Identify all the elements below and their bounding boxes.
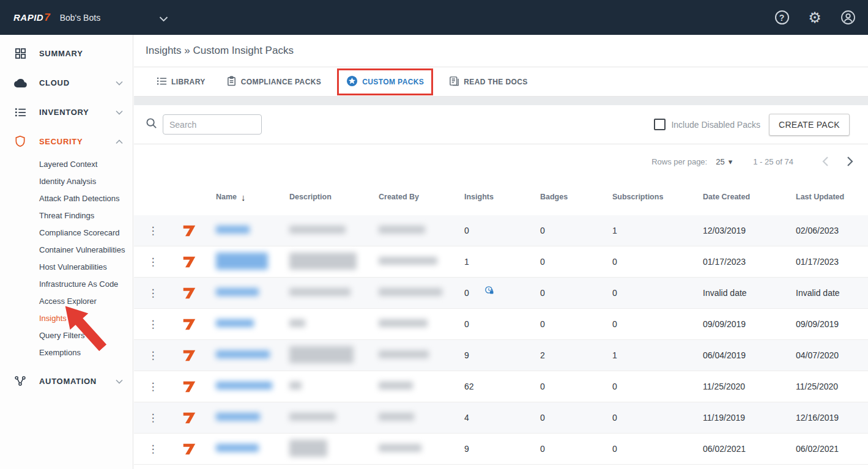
sidebar-item-host-vulnerabilities[interactable]: Host Vulnerabilities [0, 259, 133, 276]
redacted-pack-name[interactable] [216, 350, 270, 358]
pagination-range: 1 - 25 of 74 [753, 157, 793, 166]
date-created: 09/09/2019 [693, 319, 786, 329]
sidebar-item-label: INVENTORY [39, 108, 103, 117]
gear-icon[interactable]: ⚙ [807, 10, 823, 26]
topbar-actions: ? ⚙ [774, 10, 868, 26]
redacted-pack-name[interactable] [216, 444, 259, 452]
sidebar-item-identity-analysis[interactable]: Identity Analysis [0, 173, 133, 190]
sidebar-item-query-filters[interactable]: Query Filters [0, 327, 133, 344]
previous-page-icon[interactable] [817, 156, 834, 167]
kebab-menu-icon[interactable]: ⋮ [148, 288, 158, 298]
kebab-menu-icon[interactable]: ⋮ [148, 382, 158, 392]
kebab-menu-icon[interactable]: ⋮ [148, 444, 158, 454]
redacted-pack-name[interactable] [216, 319, 254, 327]
table-row[interactable]: ⋮ 9 0 0 06/02/2021 06/02/2021 [134, 434, 868, 465]
table-row[interactable]: ⋮ 0 0 1 12/03/2019 02/06/2023 [134, 215, 868, 246]
kebab-menu-icon[interactable]: ⋮ [148, 319, 158, 330]
kebab-menu-icon[interactable]: ⋮ [148, 226, 158, 236]
kebab-menu-icon[interactable]: ⋮ [148, 257, 158, 267]
rapid7-pack-icon [172, 347, 206, 363]
sidebar-item-exemptions[interactable]: Exemptions [0, 344, 133, 361]
redacted-pack-name[interactable] [216, 288, 259, 296]
column-header-created-by[interactable]: Created By [369, 193, 454, 201]
sidebar-item-security[interactable]: SECURITY [0, 127, 133, 156]
org-name[interactable]: Bob's Bots [60, 13, 101, 23]
column-header-description[interactable]: Description [280, 193, 369, 201]
redacted-pack-name[interactable] [216, 413, 260, 421]
table-row[interactable]: ⋮ 1 0 0 01/17/2023 01/17/2023 [134, 246, 868, 278]
redacted-description [289, 382, 302, 390]
rapid7-pack-icon [172, 410, 206, 426]
tab-compliance-packs[interactable]: COMPLIANCE PACKS [226, 76, 322, 88]
redacted-description [289, 226, 346, 234]
include-disabled-checkbox[interactable] [654, 119, 666, 130]
sidebar-item-threat-findings[interactable]: Threat Findings [0, 207, 133, 224]
last-updated: 04/07/2020 [786, 350, 868, 360]
rows-per-page-select[interactable]: 25 ▾ [716, 157, 732, 166]
table-row[interactable]: ⋮ 0 0 0 09/09/2019 09/09/2019 [134, 309, 868, 340]
insights-count: 0 [464, 288, 469, 298]
redacted-created-by [379, 226, 425, 234]
redacted-pack-name[interactable] [216, 226, 250, 234]
chevron-down-icon [116, 375, 123, 386]
sidebar-item-label: SUMMARY [39, 49, 123, 58]
date-created: 11/19/2019 [693, 413, 786, 423]
subscriptions-count: 0 [603, 413, 693, 423]
next-page-icon[interactable] [841, 156, 858, 167]
main-content: Insights » Custom Insight Packs LIBRARY … [134, 35, 868, 469]
search-input[interactable] [163, 114, 262, 135]
table-row[interactable]: ⋮ 4 0 0 11/19/2019 12/16/2019 [134, 402, 868, 434]
badges-count: 2 [530, 350, 603, 360]
sort-desc-icon[interactable]: ↓ [241, 192, 246, 202]
section-divider [134, 97, 868, 105]
sidebar-item-compliance-scorecard[interactable]: Compliance Scorecard [0, 224, 133, 242]
help-icon[interactable]: ? [774, 10, 790, 26]
sidebar-item-cloud[interactable]: CLOUD [0, 68, 133, 97]
sidebar-item-infrastructure-as-code[interactable]: Infrastructure As Code [0, 276, 133, 293]
account-icon[interactable] [840, 10, 856, 26]
insights-count: 1 [464, 257, 469, 267]
redacted-pack-name[interactable] [216, 382, 272, 390]
subscriptions-count: 1 [603, 226, 693, 235]
sidebar-item-inventory[interactable]: INVENTORY [0, 97, 133, 127]
redacted-created-by [379, 257, 437, 265]
chevron-down-icon[interactable] [159, 13, 168, 24]
workflow-icon [13, 375, 27, 387]
column-header-insights[interactable]: Insights [454, 193, 530, 201]
table-row[interactable]: ⋮ 9 2 1 06/04/2019 04/07/2020 [134, 340, 868, 371]
kebab-menu-icon[interactable]: ⋮ [148, 350, 158, 361]
grid-icon [13, 48, 27, 59]
tabs-bar: LIBRARY COMPLIANCE PACKS CUSTOM PACKS RE… [134, 67, 868, 97]
insights-count: 62 [464, 382, 474, 391]
sidebar-item-automation[interactable]: AUTOMATION [0, 366, 133, 396]
date-created: 06/02/2021 [693, 444, 786, 454]
toolbar-actions: Include Disabled Packs CREATE PACK [654, 114, 850, 136]
column-header-date-created[interactable]: Date Created [693, 193, 786, 201]
last-updated: 11/25/2020 [786, 382, 868, 391]
create-pack-button[interactable]: CREATE PACK [769, 114, 850, 136]
kebab-menu-icon[interactable]: ⋮ [148, 413, 158, 423]
badges-count: 0 [530, 257, 603, 267]
date-created: Invalid date [693, 288, 786, 298]
column-header-last-updated[interactable]: Last Updated [786, 193, 868, 201]
tab-read-the-docs[interactable]: READ THE DOCS [449, 76, 528, 88]
column-header-subscriptions[interactable]: Subscriptions [603, 193, 693, 201]
redacted-pack-name[interactable] [216, 253, 268, 270]
rows-per-page-label: Rows per page: [651, 157, 707, 166]
sidebar-item-attack-path-detections[interactable]: Attack Path Detections [0, 190, 133, 207]
last-updated: 02/06/2023 [786, 226, 868, 235]
badges-count: 0 [530, 413, 603, 423]
column-header-badges[interactable]: Badges [530, 193, 603, 201]
redacted-description [289, 253, 357, 270]
redacted-created-by [379, 350, 429, 358]
tab-library[interactable]: LIBRARY [157, 76, 206, 88]
tab-custom-packs[interactable]: CUSTOM PACKS [346, 75, 424, 89]
last-updated: Invalid date [786, 288, 868, 298]
sidebar-item-container-vulnerabilities[interactable]: Container Vulnerabilities [0, 242, 133, 259]
column-header-name[interactable]: Name ↓ [206, 192, 280, 202]
table-row[interactable]: ⋮ 62 0 0 11/25/2020 11/25/2020 [134, 371, 868, 402]
redacted-description [289, 413, 336, 421]
sidebar-item-layered-context[interactable]: Layered Context [0, 156, 133, 173]
table-row[interactable]: ⋮ 0 0 0 Invalid date Invalid date [134, 278, 868, 309]
sidebar-item-summary[interactable]: SUMMARY [0, 39, 133, 68]
